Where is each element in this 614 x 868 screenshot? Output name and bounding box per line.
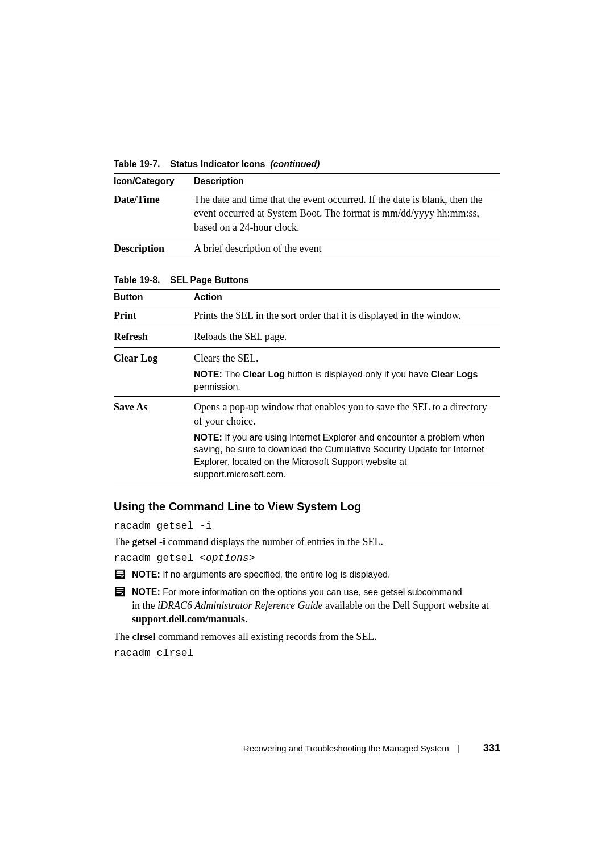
- clearlog-text: Clears the SEL.: [194, 351, 497, 365]
- caption-title: SEL Page Buttons: [170, 275, 248, 285]
- footer-divider: |: [457, 744, 459, 753]
- table-header: Description: [194, 173, 500, 189]
- table-row: Clear Log Clears the SEL. NOTE: The Clea…: [114, 347, 500, 396]
- table-header: Button: [114, 289, 194, 305]
- row-content: Clears the SEL. NOTE: The Clear Log butt…: [194, 347, 500, 396]
- table-header: Icon/Category: [114, 173, 194, 189]
- note-content: NOTE: For more information on the option…: [132, 585, 500, 626]
- caption-title: Status Indicator Icons: [170, 159, 265, 169]
- row-label: Print: [114, 305, 194, 326]
- command-line: racadm getsel <options>: [114, 553, 500, 564]
- table-row: Date/Time The date and time that the eve…: [114, 189, 500, 238]
- row-label: Save As: [114, 397, 194, 484]
- row-content: Prints the SEL in the sort order that it…: [194, 305, 500, 326]
- note-row: NOTE: For more information on the option…: [114, 585, 500, 626]
- note-icon: [114, 585, 126, 598]
- row-content: Reloads the SEL page.: [194, 326, 500, 347]
- table-197-caption: Table 19-7. Status Indicator Icons (cont…: [114, 159, 500, 169]
- section-heading: Using the Command Line to View System Lo…: [114, 500, 500, 513]
- saveas-note: NOTE: If you are using Internet Explorer…: [194, 431, 497, 480]
- table-row: Description A brief description of the e…: [114, 238, 500, 259]
- note-row: NOTE: If no arguments are specified, the…: [114, 567, 500, 581]
- table-198-caption: Table 19-8. SEL Page Buttons: [114, 275, 500, 285]
- footer-text: Recovering and Troubleshooting the Manag…: [243, 744, 449, 753]
- row-label: Description: [114, 238, 194, 259]
- caption-suffix: (continued): [268, 159, 320, 169]
- table-row: Refresh Reloads the SEL page.: [114, 326, 500, 347]
- page-number: 331: [483, 742, 500, 754]
- table-header: Action: [194, 289, 500, 305]
- table-198: Button Action Print Prints the SEL in th…: [114, 289, 500, 484]
- command-line: racadm clrsel: [114, 647, 500, 659]
- saveas-text: Opens a pop-up window that enables you t…: [194, 400, 497, 428]
- row-content: The date and time that the event occurre…: [194, 189, 500, 238]
- command-line: racadm getsel -i: [114, 520, 500, 531]
- table-row: Print Prints the SEL in the sort order t…: [114, 305, 500, 326]
- table-197: Icon/Category Description Date/Time The …: [114, 173, 500, 259]
- row-label: Clear Log: [114, 347, 194, 396]
- row-label: Refresh: [114, 326, 194, 347]
- row-label: Date/Time: [114, 189, 194, 238]
- clearlog-note: NOTE: The Clear Log button is displayed …: [194, 368, 497, 393]
- table-row: Save As Opens a pop-up window that enabl…: [114, 397, 500, 484]
- body-paragraph: The clrsel command removes all existing …: [114, 630, 500, 644]
- note-content: NOTE: If no arguments are specified, the…: [132, 567, 390, 581]
- note-icon: [114, 568, 126, 580]
- body-paragraph: The getsel -i command displays the numbe…: [114, 535, 500, 549]
- caption-prefix: Table 19-8.: [114, 275, 160, 285]
- row-content: Opens a pop-up window that enables you t…: [194, 397, 500, 484]
- row-content: A brief description of the event: [194, 238, 500, 259]
- page-footer: Recovering and Troubleshooting the Manag…: [243, 742, 500, 754]
- caption-prefix: Table 19-7.: [114, 159, 160, 169]
